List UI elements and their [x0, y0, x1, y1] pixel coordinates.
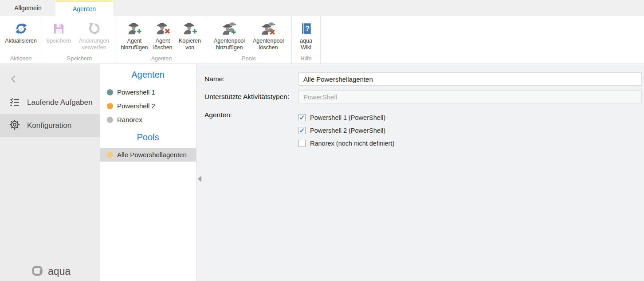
group-label-hilfe: Hilfe [292, 55, 320, 62]
pool-delete-icon [260, 20, 277, 37]
gear-icon [9, 119, 20, 133]
agentenpool-hinzufuegen-button[interactable]: Agentenpool hinzufügen [210, 18, 249, 51]
ribbon-group-hilfe: ? aqua Wiki Hilfe [292, 16, 321, 63]
list-item-label: Powershell 2 [117, 102, 155, 110]
aqua-wiki-button[interactable]: ? aqua Wiki [295, 18, 317, 51]
ribbon-group-agenten: Agent hinzufügen Agent löschen [117, 16, 206, 63]
speichern-button[interactable]: Speichern [44, 18, 73, 44]
sidebar-item-konfiguration[interactable]: Konfiguration [0, 114, 100, 137]
svg-text:?: ? [305, 24, 310, 32]
checkbox-row-powershell-2[interactable]: ✓ Powershell 2 (PowerShell) [298, 124, 642, 137]
list-item-ranorex[interactable]: Ranorex [100, 113, 196, 127]
checkbox-label: Powershell 1 (PowerShell) [310, 114, 385, 121]
sidebar-item-laufende-aufgaben[interactable]: Laufende Aufgaben [0, 91, 100, 114]
aqua-logo-text: aqua [48, 265, 71, 277]
button-label: Agent hinzufügen [119, 38, 150, 51]
group-label-agenten: Agenten [117, 55, 206, 62]
status-dot [107, 117, 113, 123]
agent-copy-icon [182, 20, 198, 37]
aqua-logo-icon [31, 265, 44, 277]
main-area: Laufende Aufgaben [0, 64, 644, 281]
chevron-left-icon [9, 74, 19, 84]
button-label: Speichern [46, 38, 71, 44]
agentenpool-loeschen-button[interactable]: Agentenpool löschen [249, 18, 288, 51]
list-item-label: Alle Powershellagenten [117, 151, 187, 158]
checkbox[interactable] [298, 140, 306, 147]
button-label: Agentenpool löschen [249, 38, 288, 51]
agent-list-panel: Agenten Powershell 1 Powershell 2 Ranore… [100, 64, 196, 281]
agent-add-icon [126, 20, 142, 37]
agents-label: Agenten: [204, 111, 298, 150]
sidebar: Laufende Aufgaben [0, 64, 100, 281]
button-label: Aktualisieren [5, 38, 37, 44]
ribbon-tabbar: Allgemein Agenten [0, 0, 644, 16]
checkbox[interactable]: ✓ [298, 114, 306, 121]
undo-icon [87, 20, 102, 37]
group-label-pools: Pools [206, 55, 291, 62]
checkbox-label: Ranorex (noch nicht definiert) [310, 140, 394, 147]
tab-agenten[interactable]: Agenten [55, 0, 113, 16]
status-dot [107, 89, 113, 95]
list-item-powershell-1[interactable]: Powershell 1 [100, 85, 196, 99]
collapse-panel-handle[interactable] [198, 176, 201, 182]
section-header-pools: Pools [100, 127, 196, 148]
checkbox-label: Powershell 2 (PowerShell) [310, 127, 385, 134]
button-label: Agentenpool hinzufügen [210, 38, 249, 51]
activity-types-input[interactable] [298, 90, 642, 103]
group-label-aktionen: Aktionen [0, 55, 42, 62]
kopieren-von-button[interactable]: Kopieren von [176, 18, 204, 51]
tab-allgemein[interactable]: Allgemein [4, 0, 51, 16]
checkbox-row-ranorex[interactable]: Ranorex (noch nicht definiert) [298, 137, 642, 150]
list-item-label: Ranorex [117, 116, 142, 123]
aqua-logo: aqua [31, 265, 71, 277]
button-label: Agent löschen [150, 38, 176, 51]
ribbon-group-speichern: Speichern Änderungen verwerfen Speichern [42, 16, 117, 63]
checkbox-row-powershell-1[interactable]: ✓ Powershell 1 (PowerShell) [298, 111, 642, 124]
status-dot [107, 152, 113, 158]
list-item-powershell-2[interactable]: Powershell 2 [100, 99, 196, 113]
aenderungen-verwerfen-button[interactable]: Änderungen verwerfen [73, 18, 115, 51]
agent-delete-icon [155, 20, 171, 37]
save-icon [52, 20, 66, 37]
aktualisieren-button[interactable]: Aktualisieren [2, 18, 40, 44]
button-label: aqua Wiki [295, 38, 317, 51]
agent-loeschen-button[interactable]: Agent löschen [150, 18, 176, 51]
task-list-icon [9, 96, 20, 110]
group-label-speichern: Speichern [42, 55, 117, 62]
pool-detail-panel: Name: Unterstützte Aktivitätstypen: Agen… [196, 64, 644, 281]
name-input[interactable] [298, 72, 642, 86]
agent-hinzufuegen-button[interactable]: Agent hinzufügen [119, 18, 150, 51]
refresh-icon [14, 20, 28, 37]
sidebar-item-label: Konfiguration [27, 121, 71, 130]
name-label: Name: [204, 72, 298, 86]
pool-add-icon [221, 20, 238, 37]
list-item-label: Powershell 1 [117, 88, 155, 96]
ribbon: Aktualisieren Aktionen [0, 16, 644, 64]
ribbon-group-aktionen: Aktualisieren Aktionen [0, 16, 42, 63]
checkbox[interactable]: ✓ [298, 127, 306, 134]
wiki-book-icon: ? [299, 20, 313, 37]
collapse-sidebar-button[interactable] [9, 74, 19, 86]
button-label: Änderungen verwerfen [73, 38, 115, 51]
status-dot [107, 103, 113, 109]
ribbon-group-pools: Agentenpool hinzufügen [206, 16, 292, 63]
sidebar-item-label: Laufende Aufgaben [27, 98, 92, 107]
activity-types-label: Unterstützte Aktivitätstypen: [204, 90, 298, 103]
section-header-agenten: Agenten [100, 64, 196, 85]
app-window: Allgemein Agenten [0, 0, 644, 281]
button-label: Kopieren von [176, 38, 204, 51]
list-item-alle-powershellagenten[interactable]: Alle Powershellagenten [100, 148, 196, 162]
